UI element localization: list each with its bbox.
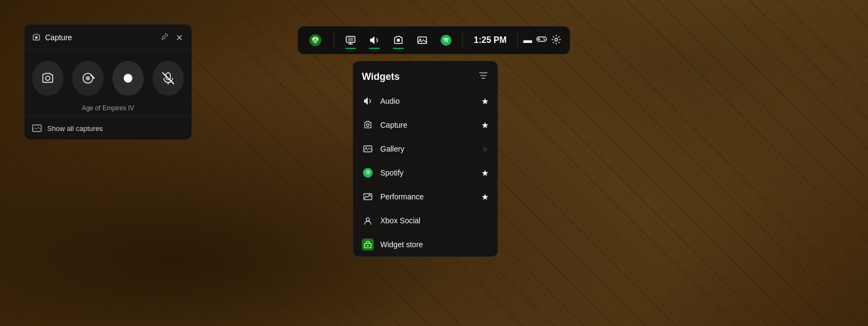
widget-item-capture[interactable]: Capture ★ <box>353 113 497 137</box>
topbar-spotify-button[interactable] <box>435 29 457 51</box>
gallery-small-icon <box>32 123 42 133</box>
widget-spotify-label: Spotify <box>380 168 404 177</box>
capture-panel-header: Capture ✕ <box>24 24 192 50</box>
widget-performance-star[interactable]: ★ <box>481 192 489 202</box>
topbar-divider-3 <box>518 33 518 48</box>
widget-capture-label: Capture <box>380 121 407 129</box>
gallery-icon <box>362 143 374 155</box>
screenshot-button[interactable] <box>32 61 63 96</box>
capture-icon <box>362 119 374 131</box>
capture-title-row: Capture <box>32 33 72 42</box>
topbar-time: 1:25 PM <box>474 35 506 45</box>
widget-item-gallery[interactable]: Gallery ★ <box>353 137 497 161</box>
pin-icon[interactable] <box>159 31 170 44</box>
svg-point-13 <box>545 39 546 40</box>
capture-header-icons: ✕ <box>159 31 184 44</box>
widget-item-spotify[interactable]: Spotify ★ <box>353 161 497 185</box>
svg-point-18 <box>86 76 90 80</box>
show-all-captures-label: Show all captures <box>47 124 103 133</box>
show-all-captures-button[interactable]: Show all captures <box>24 116 192 140</box>
widgets-panel: Widgets Audio ★ <box>353 61 498 257</box>
svg-rect-6 <box>418 37 426 43</box>
close-icon[interactable]: ✕ <box>175 32 184 44</box>
settings-icon[interactable] <box>552 35 561 46</box>
battery-icon: ▬ <box>524 35 532 45</box>
topbar-divider-1 <box>334 33 334 48</box>
spotify-icon <box>362 167 374 179</box>
svg-line-21 <box>163 73 174 84</box>
performance-icon <box>362 191 374 203</box>
widget-capture-star[interactable]: ★ <box>481 120 489 130</box>
topbar-divider-2 <box>462 33 463 48</box>
svg-point-29 <box>363 168 373 178</box>
topbar-audio-button[interactable] <box>363 29 385 51</box>
widget-item-performance[interactable]: Performance ★ <box>353 185 497 209</box>
widget-store-label: Widget store <box>380 240 423 249</box>
widget-item-store[interactable]: Widget store <box>353 233 497 256</box>
topbar-status-icons: ▬ <box>524 35 561 46</box>
topbar: 1:25 PM ▬ <box>297 26 570 54</box>
svg-point-5 <box>397 39 400 42</box>
record-last-button[interactable] <box>72 61 104 96</box>
capture-title-icon <box>32 33 41 42</box>
topbar-social-button[interactable] <box>340 29 361 51</box>
xbox-logo-button[interactable] <box>307 32 324 49</box>
widget-xbox-social-label: Xbox Social <box>380 216 420 225</box>
svg-rect-2 <box>348 37 353 41</box>
topbar-capture-button[interactable] <box>387 29 409 51</box>
svg-point-7 <box>419 39 421 40</box>
widgets-filter-icon[interactable] <box>478 70 489 84</box>
widget-item-xbox-social[interactable]: Xbox Social <box>353 209 497 233</box>
svg-point-14 <box>555 38 558 41</box>
capture-panel: Capture ✕ <box>24 24 192 140</box>
record-dot <box>124 74 132 83</box>
svg-point-16 <box>46 76 50 80</box>
widgets-panel-title: Widgets <box>362 71 400 83</box>
record-button[interactable] <box>112 61 144 96</box>
widget-gallery-label: Gallery <box>380 145 404 153</box>
capture-buttons-row <box>24 50 192 104</box>
widget-store-icon <box>362 239 374 250</box>
svg-point-12 <box>544 38 545 39</box>
svg-point-15 <box>35 36 38 39</box>
widget-spotify-star[interactable]: ★ <box>481 168 489 178</box>
svg-point-8 <box>441 35 451 46</box>
widget-performance-label: Performance <box>380 192 424 201</box>
widget-item-audio[interactable]: Audio ★ <box>353 89 497 113</box>
widget-gallery-star[interactable]: ★ <box>481 144 489 154</box>
svg-point-31 <box>366 218 369 221</box>
svg-point-28 <box>366 147 367 148</box>
widget-audio-star[interactable]: ★ <box>481 96 489 106</box>
capture-panel-title: Capture <box>45 33 72 42</box>
controller-icon <box>537 35 547 45</box>
svg-point-26 <box>367 124 369 127</box>
widget-audio-label: Audio <box>380 97 400 105</box>
mic-button[interactable] <box>152 61 184 96</box>
xbox-social-icon <box>362 215 374 227</box>
game-name: Age of Empires IV <box>24 104 192 116</box>
topbar-gallery-button[interactable] <box>411 29 433 51</box>
widgets-panel-header: Widgets <box>353 61 497 89</box>
audio-icon <box>362 95 374 107</box>
